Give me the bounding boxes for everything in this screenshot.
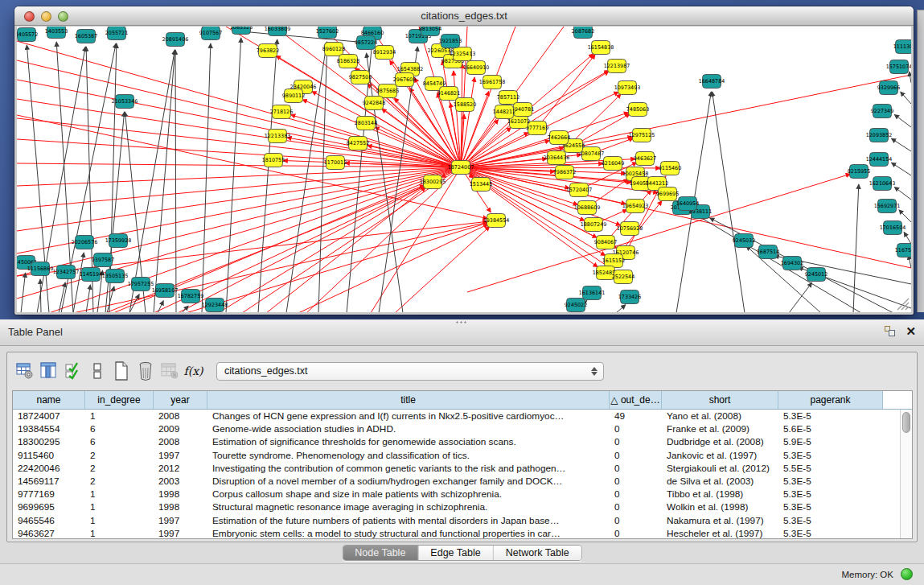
graph-node[interactable]: 1513445	[470, 178, 492, 192]
graph-node[interactable]: 20891406	[162, 33, 189, 47]
column-header[interactable]: short	[662, 391, 778, 409]
table-cell[interactable]: 0	[610, 488, 662, 501]
delete-rows-icon[interactable]	[134, 360, 156, 382]
graph-node[interactable]: 20206576	[72, 236, 98, 249]
graph-node[interactable]: 9245032	[733, 234, 755, 248]
panel-drag-handle[interactable]	[455, 320, 468, 325]
table-row[interactable]: 911546021997Tourette syndrome. Phenomeno…	[13, 449, 900, 462]
table-cell[interactable]: Jankovic et al. (1997)	[662, 449, 778, 462]
graph-node[interactable]: 9875685	[376, 84, 399, 98]
graph-node[interactable]: 16033809	[265, 27, 291, 36]
table-cell[interactable]: 2008	[154, 410, 207, 422]
graph-node[interactable]: 8186328	[337, 55, 359, 68]
graph-node[interactable]: 7963822	[257, 44, 279, 58]
table-cell[interactable]: 1	[85, 527, 154, 538]
table-cell[interactable]: Disruption of a novel member of a sodium…	[207, 475, 610, 488]
graph-node[interactable]: 2055721	[105, 27, 128, 40]
graph-node[interactable]: 1065323	[230, 27, 253, 35]
table-cell[interactable]: 1997	[154, 449, 207, 462]
graph-node[interactable]: 12093852	[866, 129, 893, 142]
graph-node[interactable]: 1167533	[895, 244, 911, 257]
table-cell[interactable]: Corpus callosum shape and size in male p…	[207, 488, 610, 501]
graph-node[interactable]: 18807249	[581, 218, 607, 232]
graph-node[interactable]: 11156869	[27, 262, 54, 276]
table-row[interactable]: 946554611997Estimation of the future num…	[13, 514, 900, 527]
graph-node[interactable]: 10688609	[574, 201, 601, 215]
table-row[interactable]: 1872400712008Changes of HCN gene express…	[13, 410, 900, 422]
column-header[interactable]: title	[207, 391, 610, 409]
zoom-window-button[interactable]	[58, 11, 68, 22]
tab-edge-table[interactable]: Edge Table	[418, 546, 493, 560]
graph-node[interactable]: 16640910	[463, 61, 490, 75]
graph-node[interactable]: 16154838	[588, 41, 614, 55]
graph-node[interactable]: 17016504	[880, 221, 906, 235]
table-cell[interactable]: 9777169	[13, 488, 85, 501]
table-cell[interactable]: 2	[85, 449, 154, 462]
graph-node[interactable]: 8960128	[322, 43, 345, 56]
graph-node[interactable]: 18300295	[420, 175, 446, 189]
network-canvas[interactable]: 1872400779638228960128891293422260538982…	[17, 27, 911, 312]
table-cell[interactable]: Hescheler et al. (1997)	[662, 527, 778, 538]
column-header[interactable]: pagerank	[778, 391, 883, 409]
graph-node[interactable]: 7462664	[548, 131, 570, 145]
graph-node[interactable]: 20364436	[544, 151, 570, 165]
graph-node[interactable]: 12213383	[265, 130, 291, 143]
table-cell[interactable]: 0	[610, 514, 662, 527]
graph-node[interactable]: 1145194	[80, 268, 102, 282]
table-cell[interactable]: 49	[610, 410, 662, 422]
graph-node[interactable]: 1403553	[45, 27, 68, 39]
graph-node[interactable]: 12975125	[629, 129, 655, 142]
paste-icon[interactable]	[86, 360, 108, 382]
graph-node[interactable]: 1615152	[602, 254, 625, 268]
function-builder-icon[interactable]: f(x)	[183, 360, 204, 382]
float-panel-icon[interactable]	[884, 325, 896, 337]
graph-node[interactable]: 2967608	[393, 73, 416, 87]
table-selector-dropdown[interactable]: citations_edges.txt	[216, 362, 604, 381]
table-row[interactable]: 1830029562008Estimation of significance …	[13, 435, 900, 448]
graph-node[interactable]: 12923448	[202, 299, 228, 312]
graph-node[interactable]: 12213987	[604, 60, 630, 73]
graph-node[interactable]: 2405572	[17, 28, 38, 42]
table-cell[interactable]: 22420046	[13, 462, 85, 475]
table-type-segmented-control[interactable]: Node TableEdge TableNetwork Table	[342, 545, 581, 561]
table-cell[interactable]: Estimation of the future numbers of pati…	[207, 514, 610, 527]
table-cell[interactable]: 1997	[154, 514, 207, 527]
graph-node[interactable]: 8813054	[419, 27, 441, 36]
column-visibility-icon[interactable]	[38, 360, 60, 382]
graph-node[interactable]: 9245012	[805, 268, 827, 282]
table-cell[interactable]: Wolkin et al. (1998)	[662, 501, 778, 513]
new-table-icon[interactable]	[110, 360, 132, 382]
graph-node[interactable]: 12444154	[866, 153, 893, 167]
graph-node[interactable]: 9084067	[594, 236, 617, 249]
table-cell[interactable]: 1	[85, 501, 154, 513]
table-cell[interactable]: 5.3E-5	[778, 475, 883, 488]
graph-node[interactable]: 7986372	[553, 166, 576, 179]
graph-node[interactable]: 16961758	[479, 76, 506, 89]
table-panel-header[interactable]: Table Panel ✕	[0, 319, 924, 346]
table-cell[interactable]: Nakamura et al. (1997)	[662, 514, 778, 527]
graph-node[interactable]: 10756928	[617, 222, 643, 236]
table-row[interactable]: 969969511998Structural magnetic resonanc…	[13, 501, 900, 513]
graph-node[interactable]: 9827508	[349, 71, 372, 84]
table-cell[interactable]: 1	[85, 488, 154, 501]
graph-node[interactable]: 10973493	[614, 81, 641, 95]
table-cell[interactable]: 5.6E-5	[778, 422, 883, 435]
graph-node[interactable]: 16782759	[178, 290, 204, 303]
table-cell[interactable]: 6	[85, 435, 154, 448]
table-cell[interactable]: Changes of HCN gene expression and I(f) …	[207, 410, 610, 422]
graph-node[interactable]: 1733426	[618, 290, 641, 304]
graph-node[interactable]: 17957255	[128, 278, 154, 291]
table-header-row[interactable]: namein_degreeyeartitle△ out_de…shortpage…	[13, 391, 912, 410]
graph-node[interactable]: 12325413	[450, 47, 476, 61]
graph-node[interactable]: 9857224	[355, 36, 377, 50]
graph-node[interactable]: 9107567	[199, 27, 222, 40]
graph-node[interactable]: 15692971	[874, 200, 901, 213]
table-cell[interactable]: Yano et al. (2008)	[662, 410, 778, 422]
graph-node[interactable]: 9115460	[659, 162, 681, 175]
table-vertical-scrollbar[interactable]	[900, 410, 912, 538]
table-cell[interactable]: Tourette syndrome. Phenomenology and cla…	[207, 449, 610, 462]
table-cell[interactable]: 0	[610, 435, 662, 448]
graph-node[interactable]: 15751074	[886, 60, 911, 74]
table-cell[interactable]: 9465546	[13, 514, 85, 527]
table-cell[interactable]: 5.3E-5	[778, 449, 883, 462]
